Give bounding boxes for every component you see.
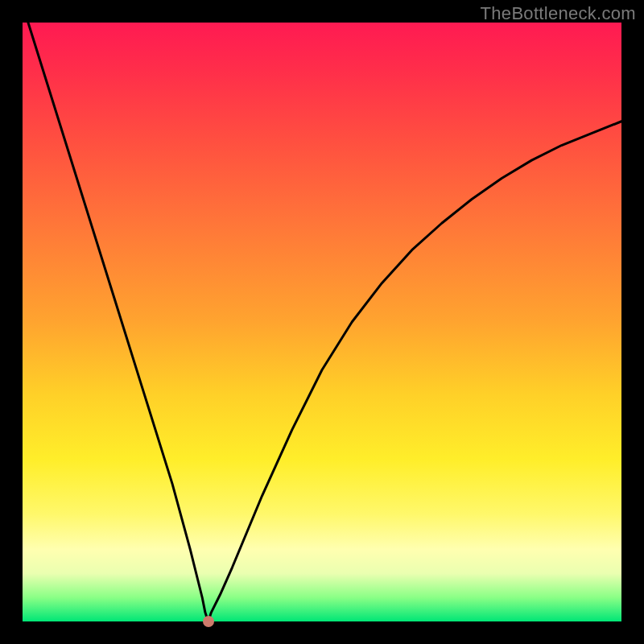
bottleneck-curve-path — [23, 5, 621, 621]
plot-area — [23, 23, 621, 621]
watermark-text: TheBottleneck.com — [481, 3, 636, 24]
curve-svg — [23, 23, 621, 621]
optimum-marker — [203, 616, 214, 627]
bottleneck-chart: TheBottleneck.com — [0, 0, 644, 644]
